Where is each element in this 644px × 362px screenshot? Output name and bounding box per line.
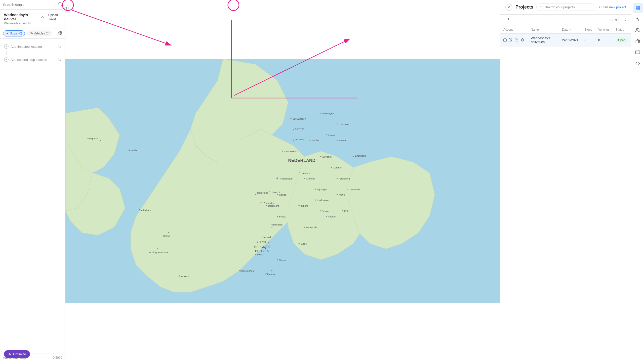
svg-point-6 [58, 58, 60, 60]
svg-point-4 [60, 32, 61, 33]
map-container[interactable]: NEDERLAND BELGIË - BELGIQUE - BELGIEN Am… [65, 0, 500, 362]
projects-panel-title: Projects [515, 5, 533, 10]
svg-text:NEDERLAND: NEDERLAND [288, 158, 315, 163]
card-icon-button[interactable] [633, 47, 643, 57]
svg-point-87 [179, 276, 180, 277]
svg-point-39 [320, 113, 321, 114]
svg-point-35 [260, 238, 261, 239]
svg-rect-104 [636, 9, 637, 10]
search-icon [540, 6, 543, 9]
svg-text:Utrecht: Utrecht [272, 191, 280, 194]
row-name: Wednesday's deliveries [528, 34, 559, 47]
settings-button[interactable] [58, 31, 62, 36]
svg-text:Amsterdam: Amsterdam [280, 177, 293, 180]
table-row[interactable]: Wednesday's deliveries 24/02/2021 0 0 Op… [500, 34, 631, 47]
edit-button[interactable] [508, 37, 513, 43]
code-icon-button[interactable] [633, 58, 643, 68]
svg-text:Tilburg: Tilburg [301, 204, 308, 207]
svg-point-29 [299, 205, 300, 206]
action-icons [503, 37, 525, 43]
left-sidebar: ◁ Wednesday's deliver... Upload stops We… [0, 0, 65, 362]
svg-point-23 [293, 140, 294, 141]
layers-icon-button[interactable] [633, 3, 643, 13]
close-projects-button[interactable]: ✕ [505, 4, 512, 11]
svg-text:Gouda: Gouda [279, 193, 287, 196]
svg-text:Dordrecht: Dordrecht [268, 204, 279, 207]
svg-point-85 [157, 248, 158, 249]
svg-rect-3 [30, 32, 32, 34]
projects-search-input[interactable] [545, 5, 592, 9]
project-header: Wednesday's deliver... Upload stops Wedn… [0, 10, 65, 28]
svg-point-21 [282, 151, 283, 152]
svg-text:Assen: Assen [328, 134, 335, 137]
svg-point-97 [353, 156, 354, 157]
row-checkbox[interactable] [503, 38, 507, 42]
svg-text:Düsseldorf: Düsseldorf [350, 188, 361, 191]
svg-point-55 [326, 216, 327, 217]
row-date: 24/02/2021 [559, 34, 581, 47]
copy-button[interactable] [514, 37, 519, 43]
svg-point-63 [320, 156, 321, 157]
svg-text:Amiens: Amiens [181, 275, 189, 278]
building-icon-button[interactable] [633, 36, 643, 46]
svg-text:Emmen: Emmen [339, 139, 347, 142]
more-options-button[interactable]: ⋮ [58, 352, 62, 358]
svg-text:Zwolle: Zwolle [311, 139, 318, 142]
svg-point-17 [260, 202, 261, 203]
svg-text:Skegness: Skegness [87, 137, 98, 140]
second-stop-item[interactable]: + Add second stop location [2, 55, 63, 64]
projects-panel: ✕ Projects + Start new project 1-1 of 1 … [500, 0, 631, 362]
project-date: Wednesday, Feb 24 [4, 22, 61, 25]
svg-text:Rotterdam: Rotterdam [264, 202, 275, 204]
tab-stops[interactable]: Stops (0) [3, 30, 25, 36]
svg-point-81 [337, 194, 338, 195]
projects-table: Actions Name Date Stops Vehicles [500, 26, 631, 47]
first-stop-dot: + [4, 44, 9, 49]
svg-rect-107 [636, 40, 639, 43]
collapse-sidebar-button[interactable]: ◁ [62, 5, 69, 12]
svg-text:Deventer: Deventer [323, 155, 333, 158]
svg-text:Maastricht: Maastricht [306, 226, 317, 229]
col-date: Date [559, 26, 581, 34]
prev-page-button[interactable]: ‹ [622, 18, 623, 22]
svg-text:Charleroi: Charleroi [265, 273, 275, 276]
stop-connector-line [6, 51, 7, 55]
search-icon-btn[interactable] [58, 2, 62, 7]
col-name: Name [528, 26, 559, 34]
svg-point-27 [277, 216, 278, 217]
stop-search-icon-2 [58, 58, 61, 62]
svg-text:Leeuwarden: Leeuwarden [293, 117, 306, 120]
upload-toolbar-button[interactable] [505, 17, 511, 24]
svg-text:Mons: Mons [257, 253, 263, 256]
col-stops: Stops [581, 26, 595, 34]
search-input[interactable] [3, 3, 56, 7]
svg-point-19 [255, 194, 256, 195]
search-bar [0, 0, 65, 10]
project-title: Wednesday's deliver... [4, 13, 41, 21]
start-new-project-button[interactable]: + Start new project [598, 5, 626, 9]
first-stop-item[interactable]: + Add first stop location [2, 42, 63, 51]
second-stop-dot: + [4, 57, 9, 62]
sort-icon [569, 28, 572, 31]
svg-text:Arnhem: Arnhem [306, 177, 315, 180]
svg-point-83 [320, 210, 321, 211]
svg-point-47 [255, 254, 256, 255]
next-page-button[interactable]: › [625, 18, 626, 22]
users-icon-button[interactable] [633, 25, 643, 35]
right-icon-bar [631, 0, 644, 362]
upload-stops-button[interactable]: Upload stops [41, 13, 61, 20]
svg-rect-101 [516, 39, 518, 41]
svg-rect-105 [638, 9, 639, 10]
svg-marker-7 [9, 353, 11, 356]
delete-button[interactable] [520, 37, 525, 43]
svg-point-33 [271, 227, 272, 228]
svg-point-65 [331, 167, 332, 168]
col-actions: Actions [500, 26, 528, 34]
svg-text:Calais: Calais [163, 235, 170, 237]
chart-icon-button[interactable] [633, 14, 643, 24]
svg-text:Den Haag: Den Haag [257, 191, 268, 194]
optimize-button[interactable]: Optimize [4, 350, 30, 358]
svg-point-45 [168, 232, 169, 233]
svg-text:Canterbury: Canterbury [139, 209, 151, 211]
tab-vehicles[interactable]: Vehicles (0) [27, 30, 52, 36]
